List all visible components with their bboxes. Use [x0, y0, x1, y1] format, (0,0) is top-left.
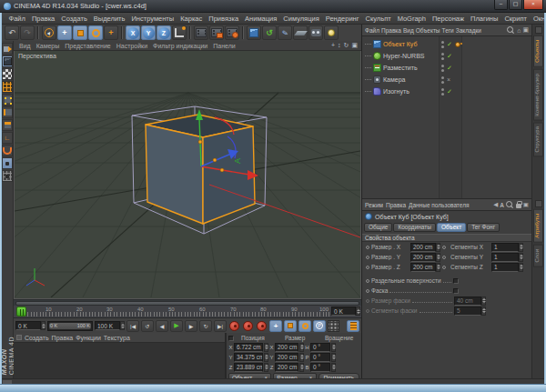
position-z-field[interactable]: 23.889 cm — [234, 363, 263, 372]
size-z-field[interactable]: 200 cm — [275, 363, 298, 372]
menu-mesh[interactable]: Каркас — [177, 15, 206, 23]
redo-button[interactable]: ↷ — [20, 25, 35, 40]
menu-tools[interactable]: Инструменты — [128, 15, 177, 23]
rotation-b-field[interactable]: 0 ° — [310, 363, 330, 372]
key-scale-toggle[interactable] — [284, 320, 297, 332]
scale-tool-button[interactable] — [73, 25, 87, 40]
segments-y-input[interactable]: 1 — [491, 253, 519, 262]
last-tool-button[interactable]: + — [104, 25, 118, 40]
polygons-mode-button[interactable] — [2, 119, 13, 131]
menu-mograph[interactable]: MoGraph — [394, 15, 429, 23]
panel-icon[interactable]: ▣ — [523, 201, 529, 208]
keyframe-dot-icon[interactable] — [366, 279, 369, 283]
move-tool-button[interactable]: + — [57, 25, 72, 40]
record-keyframe-button[interactable] — [229, 321, 239, 331]
am-menu-mode[interactable]: Режим — [365, 202, 383, 208]
preview-range-slider[interactable]: 0 K 100 K — [47, 321, 93, 331]
position-y-field[interactable]: 34.375 cm — [234, 353, 263, 362]
panel-icon[interactable]: ▣ — [522, 26, 529, 34]
size-x-field[interactable]: 200 cm — [275, 343, 298, 352]
timeline-ruler[interactable]: 10 20 30 40 50 60 70 80 90 100 0 K — [14, 306, 361, 318]
rotate-view-icon[interactable]: ↻ — [344, 42, 349, 49]
key-position-toggle[interactable]: + — [269, 320, 282, 332]
rotate-tool-button[interactable] — [88, 25, 103, 40]
frame-field-stepper[interactable] — [356, 307, 360, 316]
keyframe-dot-icon[interactable] — [442, 266, 446, 269]
add-subdivision-button[interactable]: ↺ — [262, 25, 277, 40]
enable-check-icon[interactable]: ✓ — [447, 88, 452, 95]
am-menu-userdata[interactable]: Данные пользователя — [409, 202, 469, 208]
keyframe-dot-icon[interactable] — [442, 256, 446, 259]
mat-menu-create[interactable]: Создать — [25, 335, 49, 341]
minimize-button[interactable]: – — [494, 0, 508, 10]
search-icon[interactable] — [506, 201, 514, 209]
frame-field[interactable]: 0 K — [331, 307, 360, 316]
coords-checkbox[interactable] — [228, 336, 234, 341]
next-frame-button[interactable]: ▶ — [185, 320, 197, 332]
toggle-view-icon[interactable]: ▣ — [351, 42, 358, 49]
menu-simulate[interactable]: Симуляция — [280, 15, 322, 23]
play-mode-button[interactable]: ↻ — [199, 320, 212, 332]
workplane-button[interactable] — [2, 170, 13, 182]
current-frame-field[interactable]: 0 K — [15, 321, 46, 330]
stepper[interactable] — [299, 343, 304, 352]
goto-end-button[interactable]: ▶| — [214, 320, 227, 332]
pan-view-icon[interactable]: + — [331, 42, 335, 49]
om-menu-bookmarks[interactable]: Закладки — [456, 27, 481, 34]
om-menu-file[interactable]: Файл — [365, 27, 379, 34]
live-selection-button[interactable]: ➤ — [42, 25, 56, 40]
object-properties-section[interactable]: Свойства объекта — [362, 234, 531, 242]
texture-mode-button[interactable] — [2, 68, 13, 80]
menu-create[interactable]: Создать — [58, 15, 91, 23]
frame-field-value[interactable]: 0 K — [331, 307, 356, 316]
rotation-p-field[interactable]: 0 ° — [310, 353, 330, 362]
render-view-button[interactable] — [194, 25, 208, 40]
material-list-area[interactable] — [14, 343, 225, 377]
tab-basic[interactable]: Общие — [364, 223, 392, 232]
text-edit-icon[interactable]: A — [500, 202, 504, 208]
om-menu-objects[interactable]: Объекты — [416, 27, 440, 34]
edges-mode-button[interactable] — [2, 106, 13, 118]
stepper[interactable] — [436, 253, 440, 262]
undo-button[interactable]: ↶ — [5, 25, 19, 40]
am-menu-edit[interactable]: Правка — [386, 202, 406, 208]
stepper[interactable] — [264, 353, 268, 362]
stepper[interactable] — [331, 343, 336, 352]
size-y-input[interactable]: 200 cm — [410, 253, 436, 262]
add-camera-button[interactable] — [308, 25, 323, 40]
keyframe-dot-icon[interactable] — [366, 289, 369, 293]
stepper[interactable] — [331, 353, 336, 362]
render-picture-viewer-button[interactable] — [209, 25, 224, 40]
model-mode-button[interactable] — [2, 55, 13, 67]
workplane-lock-button[interactable] — [2, 157, 13, 169]
size-x-input[interactable]: 200 cm — [410, 243, 436, 252]
vp-menu-options[interactable]: Настройки — [115, 43, 149, 49]
current-frame-value[interactable]: 0 K — [15, 321, 41, 330]
viewport-canvas[interactable]: A Перспектива — [14, 51, 361, 299]
enable-check-icon[interactable]: ✓ — [447, 65, 452, 72]
mat-menu-function[interactable]: Функции — [76, 335, 101, 341]
axis-mode-button[interactable]: ∟ — [2, 132, 13, 144]
vp-menu-display[interactable]: Представление — [63, 43, 112, 49]
play-button[interactable]: ▶ — [170, 320, 183, 332]
stepper[interactable] — [436, 243, 440, 252]
close-button[interactable]: × — [523, 0, 543, 10]
menu-file[interactable]: Файл — [5, 15, 28, 23]
play-backwards-button[interactable]: ↺ — [141, 320, 154, 332]
search-icon[interactable] — [507, 26, 515, 35]
menu-script[interactable]: Скрипт — [501, 15, 531, 23]
tab-object[interactable]: Объект — [437, 223, 466, 232]
stepper[interactable] — [264, 363, 268, 372]
stepper[interactable] — [519, 263, 523, 272]
om-menu-view[interactable]: Вид — [403, 27, 414, 34]
menu-select[interactable]: Выделить — [90, 15, 128, 23]
zoom-view-icon[interactable]: ↕ — [338, 42, 341, 49]
stepper[interactable] — [519, 243, 523, 252]
home-icon[interactable]: ⌂ — [517, 27, 521, 34]
stepper[interactable] — [519, 253, 523, 262]
uv-mode-button[interactable] — [2, 81, 13, 93]
segments-z-input[interactable]: 1 — [491, 263, 519, 272]
object-name[interactable]: Разместить — [383, 65, 418, 71]
points-mode-button[interactable] — [2, 94, 13, 106]
mat-menu-edit[interactable]: Правка — [52, 335, 74, 341]
